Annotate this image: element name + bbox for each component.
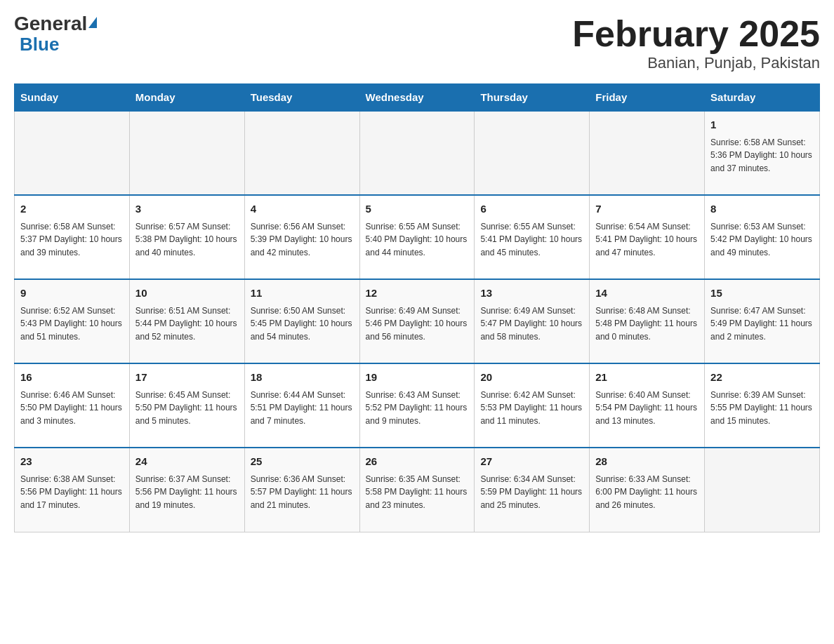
calendar-cell: 1Sunrise: 6:58 AM Sunset: 5:36 PM Daylig… — [705, 111, 820, 195]
day-info: Sunrise: 6:47 AM Sunset: 5:49 PM Dayligh… — [710, 304, 814, 344]
calendar-cell: 26Sunrise: 6:35 AM Sunset: 5:58 PM Dayli… — [359, 448, 475, 532]
day-info: Sunrise: 6:38 AM Sunset: 5:56 PM Dayligh… — [20, 473, 124, 512]
day-number: 9 — [20, 286, 124, 302]
day-info: Sunrise: 6:42 AM Sunset: 5:53 PM Dayligh… — [480, 389, 583, 428]
day-number: 28 — [595, 454, 699, 470]
calendar-cell — [244, 111, 359, 195]
day-info: Sunrise: 6:51 AM Sunset: 5:44 PM Dayligh… — [135, 304, 239, 344]
calendar-cell: 15Sunrise: 6:47 AM Sunset: 5:49 PM Dayli… — [705, 279, 820, 363]
week-row-5: 23Sunrise: 6:38 AM Sunset: 5:56 PM Dayli… — [15, 448, 820, 532]
day-info: Sunrise: 6:58 AM Sunset: 5:37 PM Dayligh… — [20, 220, 124, 260]
day-number: 8 — [710, 201, 814, 217]
calendar-cell: 19Sunrise: 6:43 AM Sunset: 5:52 PM Dayli… — [359, 363, 475, 448]
calendar-cell: 27Sunrise: 6:34 AM Sunset: 5:59 PM Dayli… — [475, 448, 590, 532]
day-number: 2 — [20, 201, 124, 217]
day-number: 1 — [710, 117, 814, 133]
day-number: 11 — [251, 286, 354, 302]
calendar-cell — [359, 111, 475, 195]
calendar-cell: 7Sunrise: 6:54 AM Sunset: 5:41 PM Daylig… — [590, 195, 705, 279]
day-info: Sunrise: 6:54 AM Sunset: 5:41 PM Dayligh… — [595, 220, 699, 260]
day-info: Sunrise: 6:46 AM Sunset: 5:50 PM Dayligh… — [20, 389, 124, 428]
day-number: 13 — [480, 286, 583, 302]
calendar-cell — [15, 111, 130, 195]
day-info: Sunrise: 6:48 AM Sunset: 5:48 PM Dayligh… — [595, 304, 699, 344]
day-number: 19 — [366, 370, 469, 386]
day-info: Sunrise: 6:37 AM Sunset: 5:56 PM Dayligh… — [135, 473, 239, 512]
column-header-monday: Monday — [129, 84, 244, 112]
title-area: February 2025 Banian, Punjab, Pakistan — [572, 14, 820, 72]
calendar-cell: 12Sunrise: 6:49 AM Sunset: 5:46 PM Dayli… — [359, 279, 475, 363]
day-info: Sunrise: 6:33 AM Sunset: 6:00 PM Dayligh… — [595, 473, 699, 512]
day-info: Sunrise: 6:52 AM Sunset: 5:43 PM Dayligh… — [20, 304, 124, 344]
day-number: 22 — [710, 370, 814, 386]
calendar-title: February 2025 — [572, 14, 820, 54]
column-header-wednesday: Wednesday — [359, 84, 475, 112]
day-info: Sunrise: 6:55 AM Sunset: 5:40 PM Dayligh… — [366, 220, 469, 260]
logo-general-text: General — [14, 13, 97, 34]
day-number: 27 — [480, 454, 583, 470]
calendar-cell: 9Sunrise: 6:52 AM Sunset: 5:43 PM Daylig… — [15, 279, 130, 363]
days-header-row: SundayMondayTuesdayWednesdayThursdayFrid… — [15, 84, 820, 112]
week-row-2: 2Sunrise: 6:58 AM Sunset: 5:37 PM Daylig… — [15, 195, 820, 279]
calendar-cell: 23Sunrise: 6:38 AM Sunset: 5:56 PM Dayli… — [15, 448, 130, 532]
day-info: Sunrise: 6:36 AM Sunset: 5:57 PM Dayligh… — [251, 473, 354, 512]
calendar-cell: 3Sunrise: 6:57 AM Sunset: 5:38 PM Daylig… — [129, 195, 244, 279]
page-header: General Blue February 2025 Banian, Punja… — [14, 14, 820, 72]
day-info: Sunrise: 6:43 AM Sunset: 5:52 PM Dayligh… — [366, 389, 469, 428]
column-header-thursday: Thursday — [475, 84, 590, 112]
calendar-cell: 20Sunrise: 6:42 AM Sunset: 5:53 PM Dayli… — [475, 363, 590, 448]
day-number: 3 — [135, 201, 239, 217]
calendar-cell: 5Sunrise: 6:55 AM Sunset: 5:40 PM Daylig… — [359, 195, 475, 279]
day-info: Sunrise: 6:34 AM Sunset: 5:59 PM Dayligh… — [480, 473, 583, 512]
week-row-3: 9Sunrise: 6:52 AM Sunset: 5:43 PM Daylig… — [15, 279, 820, 363]
day-number: 26 — [366, 454, 469, 470]
column-header-tuesday: Tuesday — [244, 84, 359, 112]
day-number: 6 — [480, 201, 583, 217]
day-number: 4 — [251, 201, 354, 217]
day-info: Sunrise: 6:58 AM Sunset: 5:36 PM Dayligh… — [710, 136, 814, 175]
day-number: 23 — [20, 454, 124, 470]
calendar-cell: 22Sunrise: 6:39 AM Sunset: 5:55 PM Dayli… — [705, 363, 820, 448]
day-number: 5 — [366, 201, 469, 217]
column-header-friday: Friday — [590, 84, 705, 112]
day-number: 10 — [135, 286, 239, 302]
calendar-cell: 10Sunrise: 6:51 AM Sunset: 5:44 PM Dayli… — [129, 279, 244, 363]
day-number: 20 — [480, 370, 583, 386]
day-info: Sunrise: 6:44 AM Sunset: 5:51 PM Dayligh… — [251, 389, 354, 428]
day-info: Sunrise: 6:55 AM Sunset: 5:41 PM Dayligh… — [480, 220, 583, 260]
calendar-cell: 16Sunrise: 6:46 AM Sunset: 5:50 PM Dayli… — [15, 363, 130, 448]
calendar-cell — [475, 111, 590, 195]
calendar-cell: 21Sunrise: 6:40 AM Sunset: 5:54 PM Dayli… — [590, 363, 705, 448]
logo-top-line: General — [14, 14, 97, 34]
calendar-cell — [590, 111, 705, 195]
column-header-sunday: Sunday — [15, 84, 130, 112]
day-number: 17 — [135, 370, 239, 386]
logo-blue-text: Blue — [20, 35, 59, 53]
calendar-cell: 24Sunrise: 6:37 AM Sunset: 5:56 PM Dayli… — [129, 448, 244, 532]
day-info: Sunrise: 6:45 AM Sunset: 5:50 PM Dayligh… — [135, 389, 239, 428]
day-number: 25 — [251, 454, 354, 470]
calendar-cell: 2Sunrise: 6:58 AM Sunset: 5:37 PM Daylig… — [15, 195, 130, 279]
calendar-table: SundayMondayTuesdayWednesdayThursdayFrid… — [14, 83, 820, 532]
day-info: Sunrise: 6:49 AM Sunset: 5:47 PM Dayligh… — [480, 304, 583, 344]
calendar-cell: 8Sunrise: 6:53 AM Sunset: 5:42 PM Daylig… — [705, 195, 820, 279]
day-info: Sunrise: 6:57 AM Sunset: 5:38 PM Dayligh… — [135, 220, 239, 260]
day-number: 21 — [595, 370, 699, 386]
day-info: Sunrise: 6:53 AM Sunset: 5:42 PM Dayligh… — [710, 220, 814, 260]
calendar-cell: 25Sunrise: 6:36 AM Sunset: 5:57 PM Dayli… — [244, 448, 359, 532]
calendar-subtitle: Banian, Punjab, Pakistan — [572, 54, 820, 72]
day-info: Sunrise: 6:56 AM Sunset: 5:39 PM Dayligh… — [251, 220, 354, 260]
day-number: 14 — [595, 286, 699, 302]
day-number: 7 — [595, 201, 699, 217]
calendar-cell: 4Sunrise: 6:56 AM Sunset: 5:39 PM Daylig… — [244, 195, 359, 279]
day-info: Sunrise: 6:49 AM Sunset: 5:46 PM Dayligh… — [366, 304, 469, 344]
calendar-cell: 13Sunrise: 6:49 AM Sunset: 5:47 PM Dayli… — [475, 279, 590, 363]
day-number: 15 — [710, 286, 814, 302]
logo: General Blue — [14, 14, 97, 53]
day-number: 24 — [135, 454, 239, 470]
calendar-cell: 18Sunrise: 6:44 AM Sunset: 5:51 PM Dayli… — [244, 363, 359, 448]
day-info: Sunrise: 6:39 AM Sunset: 5:55 PM Dayligh… — [710, 389, 814, 428]
calendar-cell — [705, 448, 820, 532]
day-number: 18 — [251, 370, 354, 386]
week-row-1: 1Sunrise: 6:58 AM Sunset: 5:36 PM Daylig… — [15, 111, 820, 195]
